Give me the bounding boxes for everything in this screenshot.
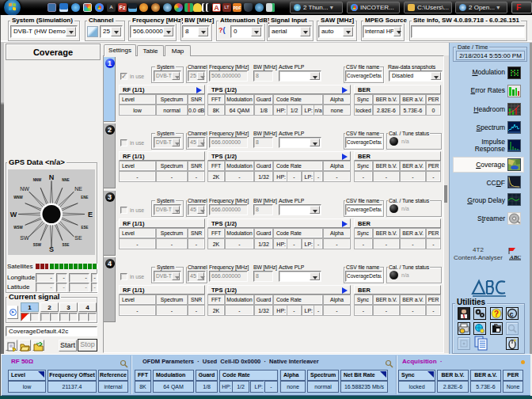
svg-text:ESE: ESE [81,226,88,230]
svg-text:N: N [49,173,55,181]
svg-text:?: ? [494,310,499,318]
svg-text:WSW: WSW [13,226,23,230]
svg-text:W: W [10,211,17,218]
svg-text:SSE: SSE [62,243,69,247]
svg-text:NNW: NNW [33,178,42,182]
svg-text:NW: NW [20,186,29,192]
svg-text:E: E [88,211,93,218]
svg-text:SSW: SSW [33,243,42,247]
svg-text:SE: SE [74,235,82,241]
svg-text:ENE: ENE [81,196,88,200]
svg-text:NE: NE [74,186,82,192]
svg-text:c: c [510,310,514,318]
svg-text:NNE: NNE [62,178,70,182]
svg-text:SW: SW [20,235,29,241]
svg-text:S: S [49,245,54,253]
svg-text:WNW: WNW [13,196,23,200]
